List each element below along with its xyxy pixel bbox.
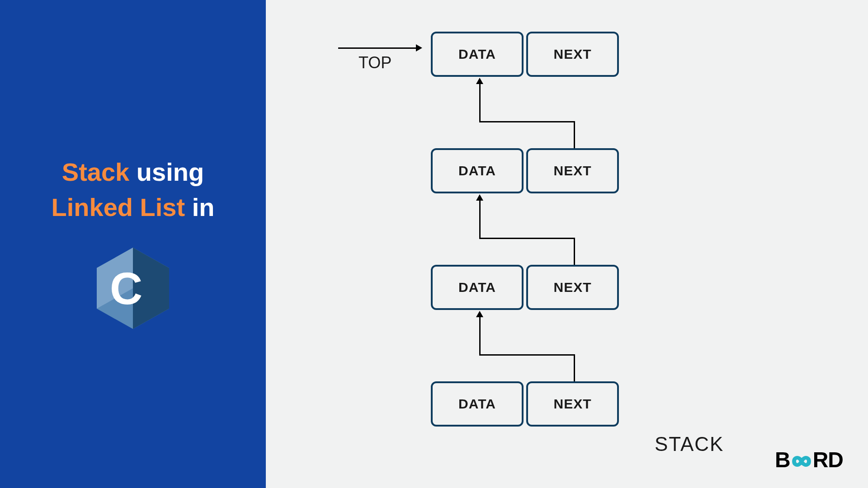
linked-list-node: DATA NEXT [431,148,619,193]
node-data-box: DATA [431,381,524,427]
node-next-box: NEXT [526,148,619,193]
cpp-logo-icon: C ++ [88,243,178,333]
title-word-stack: Stack [62,158,129,186]
cpp-plus-plus: ++ [150,281,165,296]
link-arrow-head-icon [476,194,483,201]
node-data-box: DATA [431,32,524,77]
title-word-using: using [129,158,204,186]
link-arrow-line [574,354,575,382]
linked-list-node: DATA NEXT [431,381,619,427]
title-word-linkedlist: Linked List [52,193,185,221]
link-arrow-line [479,238,575,239]
link-arrow-line [574,238,575,266]
link-arrow-line [479,121,575,122]
link-arrow-line [574,121,575,149]
title-word-in: in [185,193,214,221]
link-arrow-head-icon [476,311,483,317]
top-arrow-line [338,47,417,49]
diagram-container: TOP DATA NEXT DATA NEXT DATA NEXT [311,32,808,438]
node-next-box: NEXT [526,32,619,77]
main-title: Stack using Linked List in [52,155,215,225]
node-next-box: NEXT [526,381,619,427]
link-arrow-head-icon [476,78,483,84]
stack-structure-label: STACK [655,433,724,455]
diagram-panel: TOP DATA NEXT DATA NEXT DATA NEXT [266,0,868,488]
link-arrow-line [479,83,481,122]
top-arrow-head-icon [416,44,422,52]
linked-list-node: DATA NEXT [431,32,619,77]
node-data-box: DATA [431,265,524,310]
left-title-panel: Stack using Linked List in C ++ [0,0,266,488]
link-arrow-line [479,354,575,356]
brand-rd: RD [813,448,843,472]
svg-text:C: C [110,263,142,314]
link-arrow-line [479,316,481,356]
node-data-box: DATA [431,148,524,193]
node-next-box: NEXT [526,265,619,310]
top-pointer-label: TOP [359,53,392,72]
link-arrow-line [479,199,481,239]
brand-infinity-icon [787,447,816,472]
linked-list-node: DATA NEXT [431,265,619,310]
brand-logo: B RD [775,447,843,472]
